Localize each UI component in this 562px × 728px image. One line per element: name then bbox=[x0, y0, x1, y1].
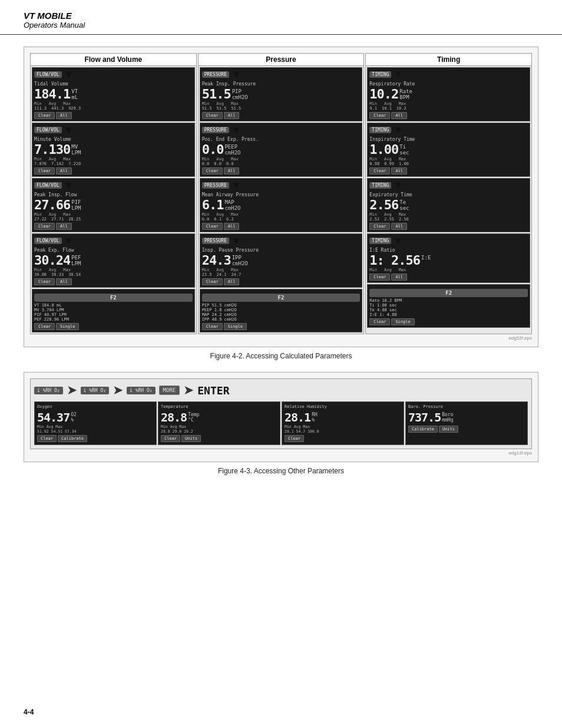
page-number: 4-4 bbox=[24, 708, 34, 716]
f2-btn-0[interactable]: F2 bbox=[34, 294, 193, 302]
clear-btn-1-1[interactable]: Clear bbox=[202, 167, 223, 174]
figure-4-3-box: i %RH O₂➤i %RH O₂➤i %RH O₂MORE➤ENTER Oxy… bbox=[24, 372, 538, 462]
panel-1-1: PRESSURE▼Pos. End Exp. Press.0.0PEEPcmH2… bbox=[200, 123, 363, 177]
fig3-btn1-0[interactable]: Clear bbox=[37, 435, 57, 442]
clear-btn-2-1[interactable]: Clear bbox=[369, 167, 390, 174]
fig3-top-row: i %RH O₂➤i %RH O₂➤i %RH O₂MORE➤ENTER bbox=[34, 383, 528, 398]
fig3-top-btn-1[interactable]: i %RH O₂ bbox=[81, 387, 110, 394]
fig3-panel-1: Temperature28.8Temp°CMin Avg Max28.8 29.… bbox=[158, 401, 280, 445]
fig3-btn2-1[interactable]: Units bbox=[181, 435, 201, 442]
col-1: PressurePRESSURE▼Peak Insp. Pressure51.5… bbox=[198, 53, 365, 334]
all-btn-2-3[interactable]: All bbox=[391, 274, 407, 281]
fig3-btn2-0[interactable]: Calibrate bbox=[58, 435, 87, 442]
fig3-inner: i %RH O₂➤i %RH O₂➤i %RH O₂MORE➤ENTER Oxy… bbox=[30, 378, 532, 449]
page-content: Flow and VolumeFLOW/VOL▼Tidal Volume184.… bbox=[0, 35, 562, 499]
enter-label: ENTER bbox=[197, 384, 229, 397]
all-btn-1-1[interactable]: All bbox=[224, 167, 240, 174]
panel-2-3: TIMING▼I:E Ratio1: 2.56I:EMinAvgMaxClear… bbox=[367, 233, 530, 283]
f2-action-btn-1-1[interactable]: Single bbox=[224, 323, 247, 330]
all-btn-0-1[interactable]: All bbox=[56, 167, 72, 174]
page-footer: 4-4 bbox=[24, 708, 34, 716]
page-title: VT MOBILE bbox=[24, 11, 538, 21]
panel-0-0: FLOW/VOL▼Tidal Volume184.1VTmLMinAvgMax1… bbox=[32, 67, 195, 121]
figure-4-2-box: Flow and VolumeFLOW/VOL▼Tidal Volume184.… bbox=[24, 47, 538, 347]
all-btn-1-3[interactable]: All bbox=[224, 278, 240, 285]
fig3-panels: Oxygen54.37O2%Min Avg Max51.92 54.51 57.… bbox=[34, 401, 528, 445]
clear-btn-2-2[interactable]: Clear bbox=[369, 223, 390, 230]
more-button[interactable]: MORE bbox=[159, 386, 180, 395]
col-2: TimingTIMING▼Respiratory Rate10.2RateBPM… bbox=[365, 53, 532, 334]
fig3-panel-3: Baro. Pressure737.5BorommHgCalibrateUnit… bbox=[405, 401, 528, 445]
panel-0-2: FLOW/VOL▼Peak Insp. Flow27.66PIFLPMMinAv… bbox=[32, 178, 195, 232]
clear-btn-0-2[interactable]: Clear bbox=[34, 223, 55, 230]
f2-action-btn-0-0[interactable]: Clear bbox=[34, 323, 55, 330]
fig3-panel-0: Oxygen54.37O2%Min Avg Max51.92 54.51 57.… bbox=[34, 401, 157, 445]
fig3-panel-2: Relative Humidity28.1RH%Min Avg Max28.1 … bbox=[282, 401, 404, 445]
panel-2-2: TIMING▼Expiratory Time2.56TesecMinAvgMax… bbox=[367, 178, 530, 232]
fig3-btn1-2[interactable]: Clear bbox=[285, 435, 304, 442]
f2-btn-1[interactable]: F2 bbox=[202, 294, 361, 302]
panel-2-0: TIMING▼Respiratory Rate10.2RateBPMMinAvg… bbox=[367, 67, 530, 121]
panel-1-0: PRESSURE▼Peak Insp. Pressure51.5PIPcmH2O… bbox=[200, 67, 363, 121]
panel-0-1: FLOW/VOL▼Minute Volume7.130MVLPMMinAvgMa… bbox=[32, 123, 195, 177]
figure-4-2-caption: Figure 4-2. Accessing Calculated Paramet… bbox=[24, 352, 538, 360]
f2-action-btn-0-1[interactable]: Single bbox=[56, 323, 79, 330]
all-btn-1-2[interactable]: All bbox=[224, 223, 240, 230]
fig3-btn1-3[interactable]: Calibrate bbox=[408, 426, 438, 433]
clear-btn-1-2[interactable]: Clear bbox=[202, 223, 223, 230]
f2-panel-2: F2Rate 10.2 BPMTi 1.00 secTe 4.88 secI:E… bbox=[367, 284, 530, 328]
page-subtitle: Operators Manual bbox=[24, 21, 538, 29]
panel-0-3: FLOW/VOL▼Peak Exp. Flow30.24PEFLPMMinAvg… bbox=[32, 233, 195, 288]
clear-btn-1-0[interactable]: Clear bbox=[202, 112, 223, 119]
panel-2-1: TIMING▼Inspiratory Time1.00TisecMinAvgMa… bbox=[367, 123, 530, 177]
fig3-top-btn-2[interactable]: i %RH O₂ bbox=[127, 387, 156, 394]
clear-btn-0-0[interactable]: Clear bbox=[34, 112, 55, 119]
clear-btn-1-3[interactable]: Clear bbox=[202, 278, 223, 285]
all-btn-1-0[interactable]: All bbox=[224, 112, 240, 119]
all-btn-2-1[interactable]: All bbox=[391, 167, 407, 174]
page-header: VT MOBILE Operators Manual bbox=[0, 0, 562, 35]
clear-btn-2-0[interactable]: Clear bbox=[369, 112, 390, 119]
col-0: Flow and VolumeFLOW/VOL▼Tidal Volume184.… bbox=[30, 53, 197, 334]
f2-action-btn-2-1[interactable]: Single bbox=[391, 318, 414, 325]
f2-panel-0: F2VT 184.0 mLMV 3.704 LPMPIF 40.97 LPMPE… bbox=[32, 289, 195, 332]
panel-1-2: PRESSURE▼Mean Airway Pressure6.1MAPcmH2O… bbox=[200, 178, 363, 232]
fig3-btn1-1[interactable]: Clear bbox=[161, 435, 180, 442]
three-col-layout: Flow and VolumeFLOW/VOL▼Tidal Volume184.… bbox=[30, 53, 532, 334]
all-btn-2-2[interactable]: All bbox=[391, 223, 407, 230]
clear-btn-0-3[interactable]: Clear bbox=[34, 278, 55, 285]
col-header-0: Flow and Volume bbox=[31, 54, 196, 66]
panel-1-3: PRESSURE▼Insp. Pause Pressure24.3IPPcmH2… bbox=[200, 233, 363, 288]
enter-arrow: ➤ bbox=[183, 383, 194, 398]
f2-action-btn-1-0[interactable]: Clear bbox=[202, 323, 223, 330]
f2-btn-2[interactable]: F2 bbox=[369, 289, 528, 297]
fig3-top-btn-0[interactable]: i %RH O₂ bbox=[34, 387, 63, 394]
all-btn-0-0[interactable]: All bbox=[56, 112, 72, 119]
edg-label-fig3: edg12f.eps bbox=[30, 450, 532, 456]
all-btn-0-3[interactable]: All bbox=[56, 278, 72, 285]
edg-label-fig2: edg52f.eps bbox=[30, 335, 532, 341]
all-btn-0-2[interactable]: All bbox=[56, 223, 72, 230]
col-header-1: Pressure bbox=[199, 54, 364, 66]
fig3-btn2-3[interactable]: Units bbox=[439, 426, 458, 433]
f2-action-btn-2-0[interactable]: Clear bbox=[369, 318, 390, 325]
figure-4-3-caption: Figure 4-3. Accessing Other Parameters bbox=[24, 467, 538, 475]
f2-panel-1: F2PIP 51.5 cmH2OPEEP 1.8 cmH2OMAP 24.2 c… bbox=[200, 289, 363, 332]
fig3-arrow-0: ➤ bbox=[67, 383, 77, 398]
fig3-arrow-1: ➤ bbox=[113, 383, 123, 398]
col-header-2: Timing bbox=[366, 54, 531, 66]
all-btn-2-0[interactable]: All bbox=[391, 112, 407, 119]
clear-btn-2-3[interactable]: Clear bbox=[369, 274, 390, 281]
clear-btn-0-1[interactable]: Clear bbox=[34, 167, 55, 174]
